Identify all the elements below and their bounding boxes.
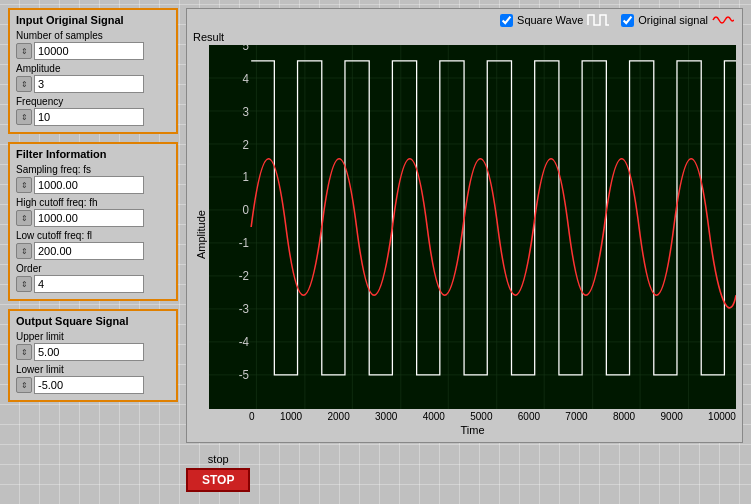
field-label-samples: Number of samples [16, 30, 170, 41]
svg-text:0: 0 [243, 203, 250, 218]
x-tick-10000: 10000 [708, 411, 736, 422]
legend-square-label: Square Wave [517, 14, 583, 26]
chart-svg: 5 4 3 2 1 0 -1 -2 -3 -4 -5 [209, 45, 736, 409]
x-tick-4000: 4000 [423, 411, 445, 422]
legend-original-signal: Original signal [621, 13, 734, 27]
svg-text:4: 4 [243, 71, 250, 86]
field-row-fh: ⇕ [16, 209, 170, 227]
plot-container: 5 4 3 2 1 0 -1 -2 -3 -4 -5 [209, 45, 736, 409]
field-row-lower: ⇕ [16, 376, 170, 394]
output-square-title: Output Square Signal [16, 315, 170, 327]
x-tick-0: 0 [249, 411, 255, 422]
field-row-fl: ⇕ [16, 242, 170, 260]
x-tick-3000: 3000 [375, 411, 397, 422]
svg-text:2: 2 [243, 137, 250, 152]
legend-original-label: Original signal [638, 14, 708, 26]
svg-rect-0 [209, 45, 736, 409]
input-fs[interactable] [34, 176, 144, 194]
checkbox-original-signal[interactable] [621, 14, 634, 27]
right-panel: Square Wave Original signal Result [186, 8, 743, 496]
input-order[interactable] [34, 275, 144, 293]
filter-info-title: Filter Information [16, 148, 170, 160]
chart-body: Result Amplitude [187, 31, 742, 442]
legend-original-icon [712, 13, 734, 27]
spinner-samples[interactable]: ⇕ [16, 43, 32, 59]
field-row-order: ⇕ [16, 275, 170, 293]
field-label-lower: Lower limit [16, 364, 170, 375]
x-tick-8000: 8000 [613, 411, 635, 422]
stop-label: stop [208, 453, 229, 465]
x-tick-1000: 1000 [280, 411, 302, 422]
y-axis-label: Amplitude [193, 31, 209, 438]
main-layout: Input Original Signal Number of samples … [0, 0, 751, 504]
svg-text:1: 1 [243, 170, 250, 185]
spinner-amplitude[interactable]: ⇕ [16, 76, 32, 92]
input-samples[interactable] [34, 42, 144, 60]
checkbox-square-wave[interactable] [500, 14, 513, 27]
svg-text:-2: -2 [239, 269, 250, 284]
input-upper[interactable] [34, 343, 144, 361]
input-fl[interactable] [34, 242, 144, 260]
field-label-fs: Sampling freq: fs [16, 164, 170, 175]
svg-text:-3: -3 [239, 302, 250, 317]
output-square-section: Output Square Signal Upper limit ⇕ Lower… [8, 309, 178, 402]
spinner-order[interactable]: ⇕ [16, 276, 32, 292]
field-row-upper: ⇕ [16, 343, 170, 361]
svg-text:-5: -5 [239, 368, 250, 383]
input-amplitude[interactable] [34, 75, 144, 93]
chart-area: Square Wave Original signal Result [186, 8, 743, 443]
spinner-fh[interactable]: ⇕ [16, 210, 32, 226]
spinner-fs[interactable]: ⇕ [16, 177, 32, 193]
svg-text:-4: -4 [239, 335, 250, 350]
spinner-lower[interactable]: ⇕ [16, 377, 32, 393]
spinner-upper[interactable]: ⇕ [16, 344, 32, 360]
input-signal-title: Input Original Signal [16, 14, 170, 26]
x-tick-9000: 9000 [661, 411, 683, 422]
plot-wrapper: 5 4 3 2 1 0 -1 -2 -3 -4 -5 [209, 31, 736, 438]
field-label-order: Order [16, 263, 170, 274]
svg-text:5: 5 [243, 45, 250, 53]
x-axis-ticks: 0 1000 2000 3000 4000 5000 6000 7000 800… [209, 409, 736, 422]
chart-legend: Square Wave Original signal [187, 9, 742, 31]
field-row-fs: ⇕ [16, 176, 170, 194]
stop-button[interactable]: STOP [186, 468, 250, 492]
input-frequency[interactable] [34, 108, 144, 126]
bottom-row: stop STOP [186, 449, 743, 496]
field-label-fh: High cutoff freq: fh [16, 197, 170, 208]
field-row-amplitude: ⇕ [16, 75, 170, 93]
field-label-fl: Low cutoff freq: fl [16, 230, 170, 241]
input-signal-section: Input Original Signal Number of samples … [8, 8, 178, 134]
field-row-samples: ⇕ [16, 42, 170, 60]
legend-square-wave: Square Wave [500, 13, 609, 27]
spinner-fl[interactable]: ⇕ [16, 243, 32, 259]
input-fh[interactable] [34, 209, 144, 227]
field-label-upper: Upper limit [16, 331, 170, 342]
field-row-frequency: ⇕ [16, 108, 170, 126]
field-label-frequency: Frequency [16, 96, 170, 107]
svg-text:3: 3 [243, 104, 250, 119]
x-axis-label: Time [209, 422, 736, 438]
spinner-frequency[interactable]: ⇕ [16, 109, 32, 125]
legend-square-icon [587, 13, 609, 27]
input-lower[interactable] [34, 376, 144, 394]
x-tick-7000: 7000 [565, 411, 587, 422]
field-label-amplitude: Amplitude [16, 63, 170, 74]
filter-info-section: Filter Information Sampling freq: fs ⇕ H… [8, 142, 178, 301]
svg-text:-1: -1 [239, 236, 250, 251]
x-tick-2000: 2000 [327, 411, 349, 422]
x-tick-6000: 6000 [518, 411, 540, 422]
left-panel: Input Original Signal Number of samples … [8, 8, 178, 496]
x-tick-5000: 5000 [470, 411, 492, 422]
stop-section: stop STOP [186, 453, 250, 492]
